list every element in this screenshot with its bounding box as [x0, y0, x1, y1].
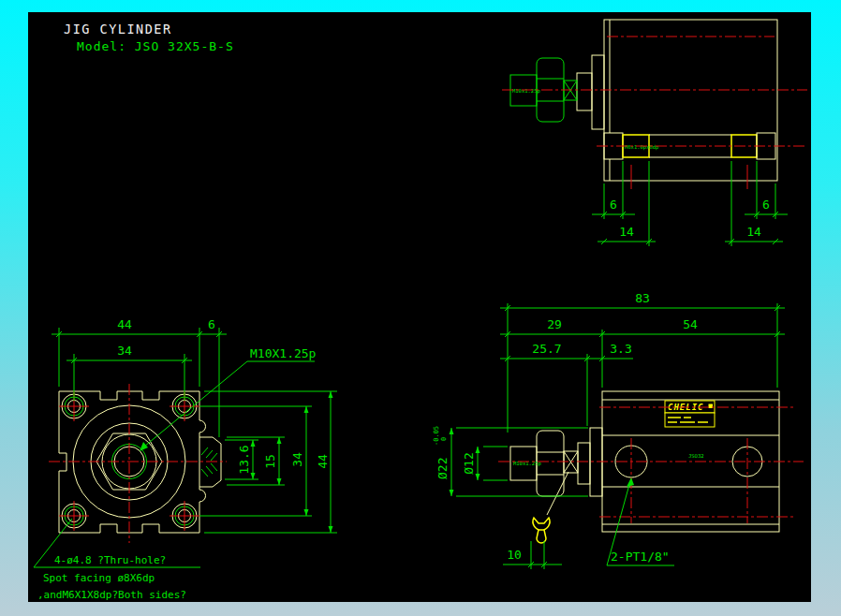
dim-port-boss: 13.6: [237, 445, 251, 474]
note-spot-facing: Spot facing ø8X6dp: [43, 572, 155, 584]
dim-height: 44: [316, 454, 330, 469]
dim-left-pitch: 14: [619, 225, 634, 239]
note-thru-hole: 4-ø4.8 ?Thru-hole?: [54, 554, 166, 566]
dim-slot: 15: [263, 454, 277, 469]
dim-total-length: 83: [635, 291, 650, 305]
dim-boss: 6: [208, 317, 215, 331]
dim-width: 44: [117, 317, 132, 331]
cad-drawing: JIG CYLINDER Model: JSO 32X5-B-S: [0, 0, 841, 616]
dim-body-length: 54: [683, 317, 698, 331]
dim-front-section: 29: [547, 317, 562, 331]
port-callout: 2-PT1/8": [611, 550, 670, 564]
dim-collar: 3.3: [610, 342, 631, 356]
dim-right-pitch: 14: [746, 225, 761, 239]
dim-left-offset: 6: [610, 198, 617, 212]
side-view-body-mark: JSO32: [688, 453, 704, 459]
dia-rod: Ø12: [462, 452, 476, 474]
note-both-sides: ,andM6X1X8dp?Both sides?: [37, 589, 186, 601]
nameplate: CHELIC: [665, 401, 715, 427]
thread-callout: M10X1.25p: [250, 346, 317, 360]
drawing-canvas: [28, 12, 811, 602]
drawing-model: Model: JSO 32X5-B-S: [77, 39, 234, 53]
drawing-title: JIG CYLINDER: [64, 22, 172, 37]
dim-bolt-spacing-v: 34: [290, 452, 304, 467]
dim-bolt-spacing-h: 34: [117, 344, 132, 358]
top-view-slot-thread-label: M6x1.0px8dp: [625, 144, 658, 151]
dim-rod-length: 25.7: [532, 342, 561, 356]
dim-wrench-flat: 10: [507, 548, 522, 562]
dia-collar-tol-upper: 0: [440, 437, 448, 441]
dia-collar-tol-lower: -0.05: [433, 426, 440, 446]
dia-collar: Ø22: [435, 458, 450, 479]
top-view-rod-thread-label: M10x1.25p: [512, 88, 540, 95]
dim-right-offset: 6: [762, 198, 770, 212]
